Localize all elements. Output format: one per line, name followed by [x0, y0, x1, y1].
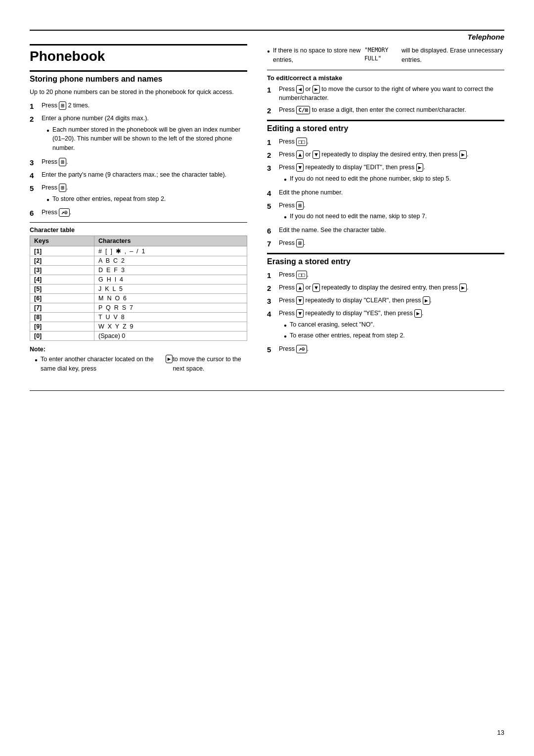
note-key-btn: ▶	[166, 355, 173, 363]
step-4-content: Enter the party's name (9 characters max…	[42, 170, 247, 180]
edit-step-2-content: Press C/⊠ to erase a digit, then enter t…	[279, 105, 504, 115]
section-rule-phonebook	[30, 44, 247, 46]
step-1-content: Press ⊞ 2 times.	[42, 101, 247, 110]
erasing-step-4-bullet-1: To cancel erasing, select "NO".	[284, 320, 504, 330]
page-title: Phonebook	[30, 48, 247, 64]
editing-step-3-bullets: If you do not need to edit the phone num…	[279, 174, 504, 184]
step-4: 4 Enter the party's name (9 characters m…	[30, 170, 247, 181]
erasing-step-2-content: Press ▲ or ▼ repeatedly to display the d…	[279, 283, 504, 292]
table-row: [6]M N O 6	[30, 294, 247, 303]
step-2-num: 2	[30, 114, 40, 124]
char-table-label: Character table	[30, 227, 247, 234]
erasing-step-5-content: Press ↗⊙.	[279, 344, 504, 354]
table-cell-key: [6]	[30, 294, 94, 303]
edit-step-1: 1 Press ◀ or ▶ to move the cursor to the…	[267, 85, 504, 103]
editing-step-3-bullet-1: If you do not need to edit the phone num…	[284, 174, 504, 184]
erasing-rule	[267, 253, 504, 254]
char-table-rule	[30, 222, 247, 223]
editing-step-3: 3 Press ▼ repeatedly to display "EDIT", …	[267, 163, 504, 186]
character-table: Keys Characters [1]# [ ] ✱ , – / 1 [2]A …	[30, 236, 247, 341]
table-row: [4]G H I 4	[30, 275, 247, 284]
erasing-step-3-num: 3	[267, 296, 277, 306]
step-2-bullet-1: Each number stored in the phonebook will…	[46, 125, 247, 153]
table-row: [8]T U V 8	[30, 313, 247, 322]
editing-step-5: 5 Press ⊞. If you do not need to edit th…	[267, 201, 504, 224]
editing-step-5-content: Press ⊞. If you do not need to edit the …	[279, 201, 504, 224]
step-5: 5 Press ⊞. To store other entries, repea…	[30, 183, 247, 206]
editing-step-2-content: Press ▲ or ▼ repeatedly to display the d…	[279, 150, 504, 159]
editing-step-7-content: Press ⊞.	[279, 238, 504, 248]
step-3-num: 3	[30, 157, 40, 168]
step-6: 6 Press ↗⊙.	[30, 208, 247, 218]
table-cell-key: [9]	[30, 322, 94, 331]
storing-title: Storing phone numbers and names	[30, 75, 247, 84]
editing-step-7: 7 Press ⊞.	[267, 238, 504, 249]
editing-steps-list: 1 Press □□. 2 Press ▲ or ▼ repeatedly to…	[267, 137, 504, 249]
step-3: 3 Press ⊞.	[30, 157, 247, 168]
table-cell-key: [4]	[30, 275, 94, 284]
table-cell-chars: P Q R S 7	[94, 303, 247, 313]
step-2: 2 Enter a phone number (24 digits max.).…	[30, 114, 247, 155]
editing-step-7-num: 7	[267, 238, 277, 249]
table-row: [1]# [ ] ✱ , – / 1	[30, 246, 247, 256]
table-row: [5]J K L 5	[30, 284, 247, 294]
editing-step-6-num: 6	[267, 226, 277, 236]
editing-step-5-bullet-1: If you do not need to edit the name, ski…	[284, 212, 504, 221]
char-table-col-keys: Keys	[30, 236, 94, 246]
telephone-label: Telephone	[468, 33, 504, 41]
editing-step-3-num: 3	[267, 163, 277, 173]
step-4-num: 4	[30, 170, 40, 181]
right-column: If there is no space to store new entrie…	[267, 44, 504, 376]
erase-right-key: ▶	[459, 284, 467, 292]
editing-step-7-key: ⊞	[296, 239, 304, 247]
char-table-col-chars: Characters	[94, 236, 247, 246]
step-1: 1 Press ⊞ 2 times.	[30, 101, 247, 111]
table-cell-key: [5]	[30, 284, 94, 294]
step-2-content: Enter a phone number (24 digits max.). E…	[42, 114, 247, 155]
table-row: [3]D E F 3	[30, 266, 247, 275]
erasing-step-3-content: Press ▼ repeatedly to display "CLEAR", t…	[279, 296, 504, 305]
right-key-3: ▶	[416, 163, 424, 172]
table-cell-chars: A B C 2	[94, 256, 247, 266]
memory-full-bullets: If there is no space to store new entrie…	[267, 46, 504, 65]
table-cell-chars: (Space) 0	[94, 331, 247, 341]
table-cell-key: [1]	[30, 246, 94, 256]
erasing-step-2-num: 2	[267, 283, 277, 293]
table-row: [7]P Q R S 7	[30, 303, 247, 313]
table-cell-chars: M N O 6	[94, 294, 247, 303]
erase-down-key-4: ▼	[296, 309, 304, 318]
edit-rule	[267, 70, 504, 70]
table-cell-chars: # [ ] ✱ , – / 1	[94, 246, 247, 256]
table-cell-chars: D E F 3	[94, 266, 247, 275]
erasing-step-3: 3 Press ▼ repeatedly to display "CLEAR",…	[267, 296, 504, 306]
table-cell-key: [7]	[30, 303, 94, 313]
edit-correct-label: To edit/correct a mistake	[267, 74, 504, 82]
erase-down-key: ▼	[312, 284, 320, 292]
page-number: 13	[497, 729, 504, 736]
table-cell-key: [0]	[30, 331, 94, 341]
bottom-rule	[30, 390, 504, 391]
table-cell-chars: J K L 5	[94, 284, 247, 294]
step-2-bullets: Each number stored in the phonebook will…	[42, 125, 247, 153]
up-key: ▲	[296, 150, 304, 159]
erasing-step-4-bullets: To cancel erasing, select "NO". To erase…	[279, 320, 504, 340]
editing-step-4: 4 Edit the phone number.	[267, 188, 504, 198]
note-bullet-1: To enter another character located on th…	[35, 355, 247, 374]
step-6-key: ↗⊙	[59, 208, 69, 217]
editing-step-4-content: Edit the phone number.	[279, 188, 504, 197]
editing-step-5-num: 5	[267, 201, 277, 211]
step-5-key: ⊞	[59, 184, 66, 192]
table-cell-key: [2]	[30, 256, 94, 266]
step-1-num: 1	[30, 101, 40, 111]
erasing-step-1-num: 1	[267, 270, 277, 281]
editing-step-1-num: 1	[267, 137, 277, 147]
cursor-left-key: ◀	[296, 85, 304, 94]
erasing-step-5: 5 Press ↗⊙.	[267, 344, 504, 355]
edit-step-2: 2 Press C/⊠ to erase a digit, then enter…	[267, 105, 504, 116]
note-label: Note:	[30, 346, 247, 353]
note-bullets: To enter another character located on th…	[30, 355, 247, 374]
table-cell-key: [8]	[30, 313, 94, 322]
table-row: [0](Space) 0	[30, 331, 247, 341]
editing-step-2-num: 2	[267, 150, 277, 160]
page-container: Telephone Phonebook Storing phone number…	[0, 0, 534, 756]
